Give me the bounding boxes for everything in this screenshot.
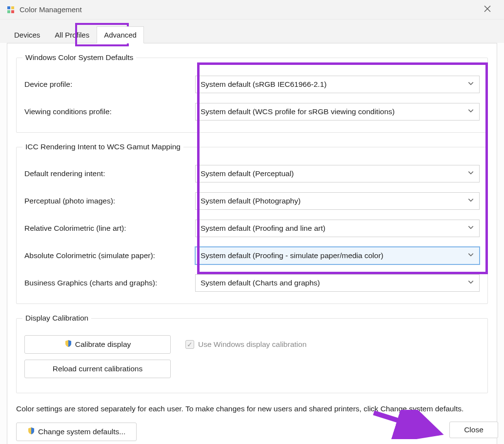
select-default-intent-value: System default (Perceptual) xyxy=(201,169,294,178)
group-legend-calibration: Display Calibration xyxy=(22,314,91,323)
reload-calibrations-label: Reload current calibrations xyxy=(53,364,142,373)
chevron-down-icon xyxy=(467,251,474,260)
window-title: Color Management xyxy=(20,5,478,14)
select-perceptual-value: System default (Photography) xyxy=(201,197,301,205)
change-system-defaults-label: Change system defaults... xyxy=(38,427,125,436)
select-absolute[interactable]: System default (Proofing - simulate pape… xyxy=(195,247,480,264)
checkbox-label: Use Windows display calibration xyxy=(198,340,306,349)
checkbox-use-windows-calibration: ✓ Use Windows display calibration xyxy=(185,340,306,349)
tab-devices[interactable]: Devices xyxy=(7,26,47,43)
svg-rect-0 xyxy=(7,6,10,9)
group-wcs-defaults: Windows Color System Defaults Device pro… xyxy=(16,53,488,133)
select-perceptual[interactable]: System default (Photography) xyxy=(195,192,480,210)
svg-rect-3 xyxy=(11,10,14,13)
change-system-defaults-button[interactable]: Change system defaults... xyxy=(16,423,137,441)
select-device-profile[interactable]: System default (sRGB IEC61966-2.1) xyxy=(195,76,480,93)
tab-all-profiles[interactable]: All Profiles xyxy=(47,26,97,43)
calibrate-display-label: Calibrate display xyxy=(75,340,131,349)
label-default-intent: Default rendering intent: xyxy=(24,169,195,178)
label-device-profile: Device profile: xyxy=(24,80,195,89)
svg-rect-2 xyxy=(7,10,10,13)
app-icon xyxy=(7,6,15,14)
dialog-footer: Close xyxy=(449,422,498,438)
chevron-down-icon xyxy=(467,80,474,89)
tab-content-advanced: Windows Color System Defaults Device pro… xyxy=(7,43,497,444)
window-close-button[interactable] xyxy=(478,4,497,15)
select-relative-value: System default (Proofing and line art) xyxy=(201,224,325,233)
group-legend-wcs: Windows Color System Defaults xyxy=(22,53,136,62)
shield-icon xyxy=(64,340,72,349)
select-absolute-value: System default (Proofing - simulate pape… xyxy=(201,251,383,260)
select-business[interactable]: System default (Charts and graphs) xyxy=(195,274,480,292)
label-perceptual: Perceptual (photo images): xyxy=(24,197,195,205)
tab-strip: Devices All Profiles Advanced xyxy=(0,20,504,43)
color-management-window: Color Management Devices All Profiles Ad… xyxy=(0,0,504,444)
select-device-profile-value: System default (sRGB IEC61966-2.1) xyxy=(201,80,326,89)
label-business: Business Graphics (charts and graphs): xyxy=(24,279,195,287)
chevron-down-icon xyxy=(467,107,474,116)
select-default-intent[interactable]: System default (Perceptual) xyxy=(195,165,480,182)
titlebar: Color Management xyxy=(0,0,504,20)
close-icon xyxy=(484,5,491,12)
group-legend-icc: ICC Rendering Intent to WCS Gamut Mappin… xyxy=(22,142,183,151)
shield-icon xyxy=(27,427,35,437)
chevron-down-icon xyxy=(467,169,474,178)
select-viewing-conditions-value: System default (WCS profile for sRGB vie… xyxy=(201,107,395,116)
close-button[interactable]: Close xyxy=(449,422,498,438)
select-business-value: System default (Charts and graphs) xyxy=(201,279,320,287)
chevron-down-icon xyxy=(467,197,474,205)
select-relative[interactable]: System default (Proofing and line art) xyxy=(195,220,480,237)
reload-calibrations-button[interactable]: Reload current calibrations xyxy=(24,360,171,378)
checkbox-icon: ✓ xyxy=(185,340,194,349)
tab-advanced[interactable]: Advanced xyxy=(97,26,144,43)
label-relative: Relative Colorimetric (line art): xyxy=(24,224,195,233)
chevron-down-icon xyxy=(467,279,474,287)
svg-rect-1 xyxy=(11,6,14,9)
group-display-calibration: Display Calibration Calibrate display ✓ … xyxy=(16,314,488,393)
close-button-label: Close xyxy=(464,425,484,434)
settings-note: Color settings are stored separately for… xyxy=(16,403,488,415)
calibrate-display-button[interactable]: Calibrate display xyxy=(24,335,171,354)
chevron-down-icon xyxy=(467,224,474,233)
label-viewing-conditions: Viewing conditions profile: xyxy=(24,107,195,116)
group-icc-mapping: ICC Rendering Intent to WCS Gamut Mappin… xyxy=(16,142,488,304)
label-absolute: Absolute Colorimetric (simulate paper): xyxy=(24,251,195,260)
select-viewing-conditions[interactable]: System default (WCS profile for sRGB vie… xyxy=(195,103,480,121)
